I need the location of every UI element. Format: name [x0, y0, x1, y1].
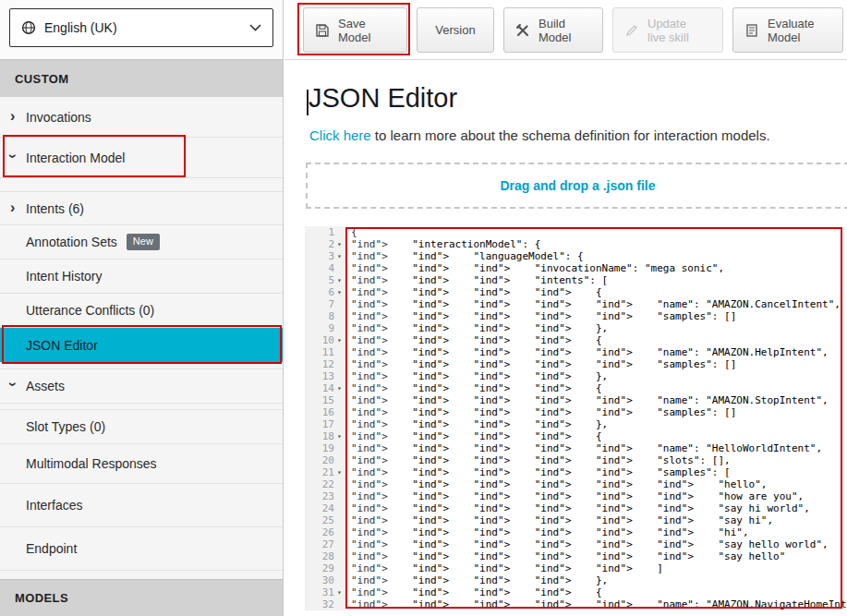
- line-number-gutter[interactable]: 28: [305, 550, 347, 562]
- editor-line-31[interactable]: 31▾"ind"> "ind"> "ind"> "ind"> {: [305, 586, 847, 598]
- editor-line-text[interactable]: "ind">: [347, 562, 412, 574]
- line-number-gutter[interactable]: 13: [305, 370, 347, 382]
- sidebar-item-slot-types[interactable]: Slot Types (0): [0, 409, 283, 444]
- line-number-gutter[interactable]: 31▾: [305, 586, 347, 598]
- editor-line-text[interactable]: "ind">: [347, 250, 412, 262]
- version-button[interactable]: Version: [417, 7, 494, 53]
- editor-line-text[interactable]: "ind">: [347, 454, 412, 466]
- editor-line-text[interactable]: "ind">: [347, 526, 412, 538]
- line-number-gutter[interactable]: 24: [305, 502, 347, 514]
- editor-line-text[interactable]: "ind">: [347, 538, 412, 550]
- editor-line-text[interactable]: "ind">: [347, 286, 412, 298]
- fold-arrow-icon[interactable]: ▾: [337, 286, 347, 298]
- line-number-gutter[interactable]: 3▾: [305, 250, 347, 262]
- editor-line-12[interactable]: 12"ind"> "ind"> "ind"> "ind"> "ind"> "sa…: [305, 358, 847, 370]
- sidebar-item-intent-history[interactable]: Intent History: [0, 260, 283, 294]
- editor-line-30[interactable]: 30"ind"> "ind"> "ind"> "ind"> },: [305, 574, 847, 586]
- sidebar-item-annotation-sets[interactable]: Annotation Sets New: [0, 225, 283, 260]
- editor-line-text[interactable]: "ind">: [347, 598, 412, 610]
- editor-line-4[interactable]: 4"ind"> "ind"> "ind"> "invocationName": …: [305, 262, 847, 274]
- editor-line-19[interactable]: 19"ind"> "ind"> "ind"> "ind"> "ind"> "na…: [305, 442, 847, 454]
- line-number-gutter[interactable]: 19: [305, 442, 347, 454]
- editor-line-text[interactable]: "ind">: [347, 418, 412, 430]
- line-number-gutter[interactable]: 20: [305, 454, 347, 466]
- line-number-gutter[interactable]: 8: [305, 310, 347, 322]
- sidebar-item-invocations[interactable]: › Invocations: [0, 97, 283, 138]
- line-number-gutter[interactable]: 11: [305, 346, 347, 358]
- editor-line-text[interactable]: "ind">: [347, 466, 412, 478]
- editor-line-text[interactable]: "ind">: [347, 262, 412, 274]
- editor-line-text[interactable]: "ind">: [347, 370, 412, 382]
- line-number-gutter[interactable]: 1: [305, 226, 347, 238]
- line-number-gutter[interactable]: 6▾: [305, 286, 347, 298]
- editor-line-text[interactable]: "ind">: [347, 586, 412, 598]
- line-number-gutter[interactable]: 7: [305, 298, 347, 310]
- editor-line-20[interactable]: 20"ind"> "ind"> "ind"> "ind"> "ind"> "sl…: [305, 454, 847, 466]
- editor-line-25[interactable]: 25"ind"> "ind"> "ind"> "ind"> "ind"> "in…: [305, 514, 847, 526]
- editor-line-text[interactable]: "ind">: [347, 406, 412, 418]
- fold-arrow-icon[interactable]: ▾: [337, 586, 347, 598]
- editor-line-text[interactable]: "ind">: [347, 358, 412, 370]
- language-selector[interactable]: English (UK): [9, 8, 273, 47]
- editor-line-8[interactable]: 8"ind"> "ind"> "ind"> "ind"> "ind"> "sam…: [305, 310, 847, 322]
- editor-line-text[interactable]: "ind">: [347, 430, 412, 442]
- editor-line-text[interactable]: "ind">: [347, 298, 412, 310]
- editor-line-text[interactable]: "ind">: [347, 382, 412, 394]
- fold-arrow-icon[interactable]: ▾: [337, 334, 347, 346]
- fold-arrow-icon[interactable]: ▾: [337, 274, 347, 286]
- editor-line-text[interactable]: "ind">: [347, 550, 412, 562]
- line-number-gutter[interactable]: 21▾: [305, 466, 347, 478]
- editor-line-text[interactable]: "ind">: [347, 502, 412, 514]
- editor-line-text[interactable]: "ind">: [347, 274, 412, 286]
- editor-line-14[interactable]: 14▾"ind"> "ind"> "ind"> "ind"> {: [305, 382, 847, 394]
- editor-line-15[interactable]: 15"ind"> "ind"> "ind"> "ind"> "ind"> "na…: [305, 394, 847, 406]
- sidebar-item-assets[interactable]: › Assets: [0, 368, 283, 404]
- editor-line-6[interactable]: 6▾"ind"> "ind"> "ind"> "ind"> {: [305, 286, 847, 298]
- editor-line-17[interactable]: 17"ind"> "ind"> "ind"> "ind"> },: [305, 418, 847, 430]
- editor-line-29[interactable]: 29"ind"> "ind"> "ind"> "ind"> "ind"> ]: [305, 562, 847, 574]
- editor-line-text[interactable]: "ind">: [347, 394, 412, 406]
- editor-line-text[interactable]: "ind">: [347, 514, 412, 526]
- editor-line-27[interactable]: 27"ind"> "ind"> "ind"> "ind"> "ind"> "in…: [305, 538, 847, 550]
- editor-line-16[interactable]: 16"ind"> "ind"> "ind"> "ind"> "ind"> "sa…: [305, 406, 847, 418]
- json-editor[interactable]: 1{2▾"ind"> "interactionModel": {3▾"ind">…: [305, 226, 847, 616]
- line-number-gutter[interactable]: 18▾: [305, 430, 347, 442]
- line-number-gutter[interactable]: 23: [305, 490, 347, 502]
- editor-line-text[interactable]: "ind">: [347, 334, 412, 346]
- editor-line-text[interactable]: "ind">: [347, 442, 412, 454]
- sidebar-item-interaction-model[interactable]: › Interaction Model: [0, 138, 283, 178]
- editor-line-21[interactable]: 21▾"ind"> "ind"> "ind"> "ind"> "ind"> "s…: [305, 466, 847, 478]
- fold-arrow-icon[interactable]: ▾: [337, 466, 347, 478]
- line-number-gutter[interactable]: 16: [305, 406, 347, 418]
- line-number-gutter[interactable]: 30: [305, 574, 347, 586]
- editor-line-7[interactable]: 7"ind"> "ind"> "ind"> "ind"> "ind"> "nam…: [305, 298, 847, 310]
- sidebar-item-endpoint[interactable]: Endpoint: [0, 527, 283, 571]
- editor-line-text[interactable]: "ind">: [347, 490, 412, 502]
- line-number-gutter[interactable]: 9: [305, 322, 347, 334]
- sidebar-item-intents[interactable]: › Intents (6): [0, 191, 283, 225]
- line-number-gutter[interactable]: 4: [305, 262, 347, 274]
- sidebar-item-interfaces[interactable]: Interfaces: [0, 484, 283, 527]
- fold-arrow-icon[interactable]: ▾: [337, 250, 347, 262]
- line-number-gutter[interactable]: 14▾: [305, 382, 347, 394]
- editor-line-32[interactable]: 32"ind"> "ind"> "ind"> "ind"> "ind"> "na…: [305, 598, 847, 610]
- editor-line-24[interactable]: 24"ind"> "ind"> "ind"> "ind"> "ind"> "in…: [305, 502, 847, 514]
- editor-line-3[interactable]: 3▾"ind"> "ind"> "languageModel": {: [305, 250, 847, 262]
- evaluate-model-button[interactable]: Evaluate Model: [732, 7, 843, 53]
- json-dropzone[interactable]: Drag and drop a .json file: [306, 163, 847, 209]
- editor-line-22[interactable]: 22"ind"> "ind"> "ind"> "ind"> "ind"> "in…: [305, 478, 847, 490]
- editor-line-26[interactable]: 26"ind"> "ind"> "ind"> "ind"> "ind"> "in…: [305, 526, 847, 538]
- editor-line-28[interactable]: 28"ind"> "ind"> "ind"> "ind"> "ind"> "in…: [305, 550, 847, 562]
- sidebar-item-utterance-conflicts[interactable]: Utterance Conflicts (0): [0, 294, 283, 328]
- editor-line-9[interactable]: 9"ind"> "ind"> "ind"> "ind"> },: [305, 322, 847, 334]
- editor-line-5[interactable]: 5▾"ind"> "ind"> "ind"> "intents": [: [305, 274, 847, 286]
- line-number-gutter[interactable]: 12: [305, 358, 347, 370]
- line-number-gutter[interactable]: 27: [305, 538, 347, 550]
- line-number-gutter[interactable]: 15: [305, 394, 347, 406]
- fold-arrow-icon[interactable]: ▾: [337, 382, 347, 394]
- editor-line-text[interactable]: "ind">: [347, 310, 412, 322]
- line-number-gutter[interactable]: 32: [305, 598, 347, 610]
- update-live-skill-button[interactable]: Update live skill: [612, 7, 723, 53]
- editor-line-text[interactable]: "ind">: [347, 574, 412, 586]
- build-model-button[interactable]: Build Model: [503, 7, 603, 53]
